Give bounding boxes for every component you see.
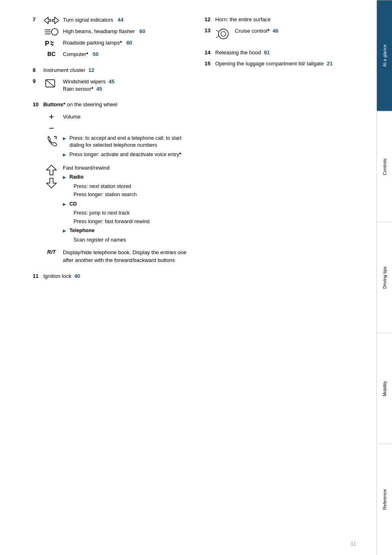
- item-11-page: 40: [74, 273, 80, 279]
- wipers-icon: [43, 78, 60, 90]
- item-12-content: Horn: the entire surface: [215, 16, 360, 22]
- item-8-page: 12: [89, 67, 94, 73]
- item-12-label: Horn: the entire surface: [215, 16, 271, 22]
- left-column: 7 Turn: [33, 16, 188, 284]
- rt-icon: R/T: [43, 249, 60, 255]
- telephone-items: Scan register of names: [74, 237, 188, 244]
- sidebar-tab-controls-label: Controls: [382, 158, 387, 175]
- page-container: 7 Turn: [0, 0, 392, 555]
- high-beam-label: High beams, headlamp flasher: [63, 28, 135, 34]
- buttons-suffix: on the steering wheel: [65, 101, 117, 107]
- bullet-arrow-2: ▶: [63, 152, 67, 158]
- radio-item-1: Press: next station stored: [74, 183, 188, 190]
- item-12: 12 Horn: the entire surface: [205, 16, 360, 22]
- cruise-text: Cruise control* 46: [235, 27, 360, 35]
- telephone-item-1: Scan register of names: [74, 237, 188, 244]
- rain-sensor-page: 45: [96, 86, 102, 92]
- item-10-volume: + − Volume: [43, 112, 188, 131]
- item-11-label: Ignition lock: [43, 273, 71, 279]
- forward-content: Fast forward/rewind ▶ Radio Press: next …: [63, 164, 188, 245]
- item-7-turn-signal: Turn signal indicators 44: [43, 16, 188, 25]
- sidebar-tab-reference-label: Reference: [382, 489, 387, 510]
- item-10-rt: R/T Display/hide telephone book. Display…: [43, 249, 188, 264]
- cruise-label: Cruise control: [235, 28, 267, 34]
- sidebar-tab-at-a-glance[interactable]: At a glance: [377, 0, 392, 111]
- turn-signal-label: Turn signal indicators: [63, 17, 113, 23]
- item-7-high-beam: High beams, headlamp flasher 60: [43, 28, 188, 36]
- svg-marker-0: [44, 17, 51, 24]
- telephone-category: ▶ Telephone: [63, 227, 188, 235]
- item-10-header-text: Buttons* on the steering wheel: [43, 101, 188, 107]
- cruise-icon: [215, 27, 232, 40]
- telephone-arrow: ▶: [63, 228, 67, 234]
- sidebar-tab-reference[interactable]: Reference: [377, 444, 392, 555]
- item-14-label: Releasing the hood: [215, 49, 261, 56]
- item-10-forward: Fast forward/rewind ▶ Radio Press: next …: [43, 164, 188, 245]
- item-13: 13: [205, 27, 360, 44]
- item-7-content: Turn signal indicators 44: [43, 16, 188, 61]
- item-14-page: 91: [264, 49, 270, 56]
- parking-star: *: [120, 40, 122, 46]
- phone-icon: [43, 135, 60, 148]
- volume-icon: + −: [43, 112, 60, 131]
- svg-line-12: [46, 80, 55, 87]
- turn-signal-page: 44: [118, 17, 123, 23]
- cd-item-2: Press longer: fast forward/ rewind: [74, 218, 188, 226]
- item-10-number: 10: [33, 101, 43, 107]
- phone-bullet-1: ▶ Press: to accept and end a telephone c…: [63, 135, 188, 149]
- item-7-computer-text: Computer* 50: [63, 51, 188, 58]
- windshield-page: 45: [109, 78, 114, 85]
- parking-icon: P: [43, 39, 60, 47]
- svg-point-17: [221, 31, 226, 36]
- item-9: 9 Windshield wipers 45: [33, 78, 188, 96]
- windshield-label: Windshield wipers: [63, 78, 106, 85]
- item-14: 14 Releasing the hood 91: [205, 49, 360, 56]
- item-8: 8 Instrument cluster 12: [33, 67, 188, 73]
- plus-icon: +: [49, 112, 54, 121]
- cd-items: Press: jump to next track Press longer: …: [74, 210, 188, 225]
- item-9-wipers: Windshield wipers 45 Rain sensor* 45: [43, 78, 188, 93]
- item-11-content: Ignition lock 40: [43, 273, 188, 279]
- svg-line-15: [54, 137, 56, 139]
- item-14-content: Releasing the hood 91: [215, 49, 360, 56]
- cd-label: CD: [69, 201, 77, 208]
- sidebar-tab-mobility[interactable]: Mobility: [377, 333, 392, 444]
- rt-description: Display/hide telephone book. Display the…: [63, 249, 188, 264]
- cd-item-1: Press: jump to next track: [74, 210, 188, 217]
- radio-arrow: ▶: [63, 175, 67, 180]
- rain-star: *: [91, 86, 93, 92]
- parking-page: 60: [126, 40, 132, 46]
- item-15-content: Opening the luggage compartment lid/ tai…: [215, 60, 360, 67]
- item-15-page: 21: [327, 60, 332, 67]
- item-15: 15 Opening the luggage compartment lid/ …: [205, 60, 360, 67]
- item-7-turn-signal-text: Turn signal indicators 44: [63, 16, 188, 24]
- item-8-content: Instrument cluster 12: [43, 67, 188, 73]
- item-15-number: 15: [205, 60, 215, 67]
- rain-sensor-label: Rain sensor: [63, 86, 91, 92]
- item-7-high-beam-text: High beams, headlamp flasher 60: [63, 28, 188, 35]
- fast-forward-label: Fast forward/rewind: [63, 164, 188, 172]
- right-sidebar: At a glance Controls Driving tips Mobili…: [376, 0, 392, 555]
- item-7-computer: BC Computer* 50: [43, 51, 188, 58]
- item-9-windshield: Windshield wipers 45: [63, 78, 188, 85]
- item-8-label: Instrument cluster: [43, 67, 85, 73]
- phone-bullet-2: ▶ Press longer: activate and deactivate …: [63, 151, 188, 159]
- forward-icon: [43, 164, 60, 189]
- cd-arrow: ▶: [63, 201, 67, 207]
- svg-text:P: P: [45, 40, 49, 47]
- turn-signal-icon: [43, 16, 60, 25]
- high-beam-page: 60: [139, 28, 145, 34]
- phone-bullet-2-text: Press longer: activate and deactivate vo…: [69, 151, 181, 159]
- sidebar-tab-controls[interactable]: Controls: [377, 111, 392, 222]
- computer-label: Computer: [63, 51, 86, 57]
- radio-item-2: Press longer: station search: [74, 191, 188, 199]
- main-content: 7 Turn: [0, 0, 376, 555]
- sidebar-tab-driving-tips[interactable]: Driving tips: [377, 222, 392, 333]
- radio-category: ▶ Radio: [63, 174, 188, 181]
- item-11: 11 Ignition lock 40: [33, 273, 188, 279]
- item-13-content: Cruise control* 46: [215, 27, 360, 44]
- svg-point-5: [51, 29, 58, 35]
- item-10-content: Buttons* on the steering wheel + − Volum…: [43, 101, 188, 268]
- parking-label: Roadside parking lamps: [63, 40, 120, 46]
- telephone-label: Telephone: [69, 227, 95, 235]
